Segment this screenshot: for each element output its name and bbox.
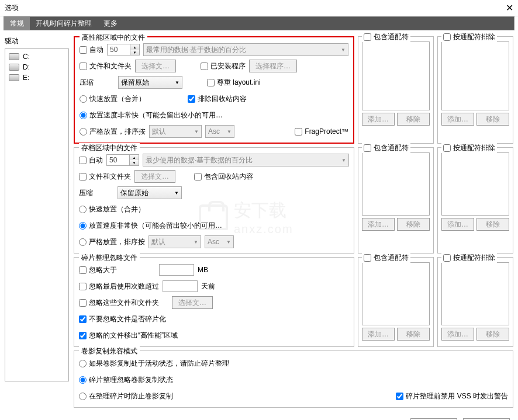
drives-label: 驱动 bbox=[5, 36, 69, 46]
data-select[interactable]: 最常用的数据·基于数据的百分比▼ bbox=[143, 43, 348, 56]
exclude-recycle-checkbox[interactable]: 排除回收站内容 bbox=[188, 94, 247, 104]
auto-checkbox[interactable]: 自动 bbox=[80, 45, 103, 55]
fast-place-radio[interactable]: 快速放置（合并） bbox=[79, 204, 145, 214]
remove-button[interactable]: 移除 bbox=[397, 218, 430, 231]
include-wildcard-list[interactable] bbox=[362, 152, 430, 216]
auto-spinner[interactable]: ▲▼ bbox=[107, 44, 140, 55]
chevron-down-icon: ▼ bbox=[130, 50, 139, 55]
select-files-button[interactable]: 选择文… bbox=[134, 170, 175, 183]
mb-input[interactable] bbox=[159, 264, 194, 276]
drives-list[interactable]: C: D: E: bbox=[5, 48, 69, 381]
chevron-down-icon: ▼ bbox=[194, 129, 199, 134]
strict-place-radio[interactable]: 严格放置，排序按 bbox=[80, 127, 146, 137]
select-programs-button[interactable]: 选择程序… bbox=[249, 60, 297, 72]
vss-opt3-radio[interactable]: 在整理碎片时防止卷影复制 bbox=[79, 391, 173, 401]
vss-opt1-radio[interactable]: 如果卷影复制处于活动状态，请防止碎片整理 bbox=[79, 359, 229, 369]
very-fast-radio[interactable]: 放置速度非常快（可能会留出较小的可用… bbox=[79, 221, 222, 231]
vss-opt2-radio[interactable]: 碎片整理忽略卷影复制状态 bbox=[79, 375, 173, 385]
compress-label: 压缩 bbox=[80, 78, 115, 88]
mb-label: MB bbox=[198, 266, 208, 274]
chevron-down-icon: ▼ bbox=[226, 239, 231, 245]
drive-item-d[interactable]: D: bbox=[8, 62, 66, 72]
select-files-button[interactable]: 选择文… bbox=[135, 60, 176, 72]
remove-button[interactable]: 移除 bbox=[476, 113, 509, 126]
add-button[interactable]: 添加… bbox=[362, 328, 395, 341]
chevron-down-icon: ▼ bbox=[130, 160, 139, 165]
archive-title: 存档区域中的文件 bbox=[79, 143, 140, 153]
add-button[interactable]: 添加… bbox=[441, 113, 474, 126]
compress-select[interactable]: 保留原始▼ bbox=[118, 186, 182, 199]
drive-item-e[interactable]: E: bbox=[8, 72, 66, 83]
fragprotect-checkbox[interactable]: FragProtect™ bbox=[295, 127, 348, 136]
data-select[interactable]: 最少使用的数据·基于数据的百分比▼ bbox=[143, 154, 349, 166]
chevron-up-icon: ▲ bbox=[130, 44, 139, 50]
remove-button[interactable]: 移除 bbox=[397, 113, 430, 126]
exclude-wildcard-box: 按通配符排除 添加…移除 bbox=[437, 36, 513, 144]
files-folders-checkbox[interactable]: 文件和文件夹 bbox=[79, 172, 131, 182]
tab-boot-defrag[interactable]: 开机时间碎片整理 bbox=[30, 17, 98, 30]
ignore-larger-checkbox[interactable]: 忽略大于 bbox=[79, 265, 117, 275]
include-wildcard-checkbox[interactable]: 包含通配符 bbox=[364, 253, 409, 263]
sort-select[interactable]: 默认▼ bbox=[149, 235, 201, 248]
ignore-last-use-checkbox[interactable]: 忽略最后使用次数超过 bbox=[79, 282, 159, 291]
select-files-button[interactable]: 选择文… bbox=[172, 296, 213, 309]
remove-button[interactable]: 移除 bbox=[476, 218, 509, 231]
tab-general[interactable]: 常规 bbox=[4, 17, 30, 30]
drive-icon bbox=[9, 64, 19, 71]
sort-dir-select[interactable]: Asc▼ bbox=[205, 125, 234, 138]
exclude-wildcard-list[interactable] bbox=[441, 152, 509, 216]
exclude-wildcard-checkbox[interactable]: 按通配符排除 bbox=[443, 253, 495, 263]
include-wildcard-box: 包含通配符 添加…移除 bbox=[358, 147, 434, 254]
exclude-wildcard-list[interactable] bbox=[441, 41, 509, 110]
exclude-wildcard-checkbox[interactable]: 按通配符排除 bbox=[443, 143, 495, 153]
fast-place-radio[interactable]: 快速放置（合并） bbox=[80, 94, 146, 104]
vss-warn-checkbox[interactable]: 碎片整理前禁用 VSS 时发出警告 bbox=[396, 391, 508, 401]
installed-programs-checkbox[interactable]: 已安装程序 bbox=[201, 61, 246, 71]
close-icon[interactable]: ✕ bbox=[506, 2, 513, 13]
drive-icon bbox=[9, 53, 19, 60]
include-wildcard-list[interactable] bbox=[362, 41, 430, 110]
auto-spinner[interactable]: ▲▼ bbox=[106, 154, 139, 166]
include-wildcard-box: 包含通配符 添加…移除 bbox=[358, 257, 434, 347]
ignore-title: 碎片整理忽略文件 bbox=[79, 253, 140, 263]
strict-place-radio[interactable]: 严格放置，排序按 bbox=[79, 237, 145, 247]
window-title: 选项 bbox=[5, 3, 19, 13]
volume-group: 卷影复制兼容模式 如果卷影复制处于活动状态，请防止碎片整理 碎片整理忽略卷影复制… bbox=[74, 350, 513, 408]
ignore-these-checkbox[interactable]: 忽略这些文件和文件夹 bbox=[79, 298, 159, 308]
archive-group: 存档区域中的文件 自动 ▲▼ 最少使用的数据·基于数据的百分比▼ 文件和文件夹 … bbox=[74, 147, 354, 254]
high-perf-title: 高性能区域中的文件 bbox=[80, 33, 147, 43]
chevron-up-icon: ▲ bbox=[130, 155, 139, 160]
include-wildcard-checkbox[interactable]: 包含通配符 bbox=[364, 143, 409, 153]
include-wildcard-list[interactable] bbox=[362, 262, 430, 325]
add-button[interactable]: 添加… bbox=[362, 113, 395, 126]
exclude-wildcard-list[interactable] bbox=[441, 262, 509, 325]
include-wildcard-checkbox[interactable]: 包含通配符 bbox=[364, 32, 409, 42]
auto-checkbox[interactable]: 自动 bbox=[79, 155, 103, 165]
include-wildcard-box: 包含通配符 添加…移除 bbox=[358, 36, 434, 144]
remove-button[interactable]: 移除 bbox=[397, 328, 430, 341]
chevron-down-icon: ▼ bbox=[174, 190, 179, 196]
footer: 确定 取消 bbox=[0, 414, 518, 420]
tab-more[interactable]: 更多 bbox=[98, 17, 123, 30]
remove-button[interactable]: 移除 bbox=[476, 328, 509, 341]
very-fast-radio[interactable]: 放置速度非常快（可能会留出较小的可用… bbox=[80, 110, 223, 120]
not-ignore-frag-checkbox[interactable]: 不要忽略文件是否碎片化 bbox=[79, 314, 166, 324]
exclude-wildcard-box: 按通配符排除 添加…移除 bbox=[437, 147, 513, 254]
volume-title: 卷影复制兼容模式 bbox=[79, 346, 140, 356]
exclude-wildcard-checkbox[interactable]: 按通配符排除 bbox=[443, 32, 495, 42]
files-folders-checkbox[interactable]: 文件和文件夹 bbox=[80, 61, 132, 71]
high-perf-group: 高性能区域中的文件 自动 ▲▼ 最常用的数据·基于数据的百分比▼ 文件和文件夹 … bbox=[74, 36, 354, 144]
add-button[interactable]: 添加… bbox=[362, 218, 395, 231]
sort-dir-select[interactable]: Asc▼ bbox=[205, 235, 234, 248]
add-button[interactable]: 添加… bbox=[441, 218, 474, 231]
compress-select[interactable]: 保留原始▼ bbox=[118, 76, 182, 89]
move-ignored-checkbox[interactable]: 忽略的文件移出“高性能”区域 bbox=[79, 331, 178, 341]
add-button[interactable]: 添加… bbox=[441, 328, 474, 341]
include-recycle-checkbox[interactable]: 包含回收站内容 bbox=[194, 172, 253, 182]
days-input[interactable] bbox=[163, 280, 198, 292]
drive-item-c[interactable]: C: bbox=[8, 51, 66, 62]
chevron-down-icon: ▼ bbox=[175, 80, 179, 85]
respect-layout-checkbox[interactable]: 尊重 layout.ini bbox=[207, 78, 261, 88]
chevron-down-icon: ▼ bbox=[227, 129, 232, 134]
sort-select[interactable]: 默认▼ bbox=[149, 125, 202, 138]
